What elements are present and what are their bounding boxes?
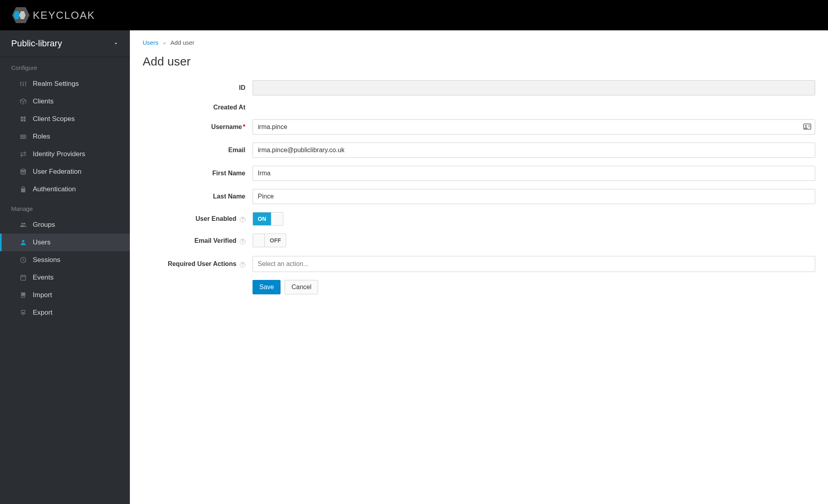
- toggle-off-label: OFF: [265, 234, 286, 247]
- sidebar-item-label: Identity Providers: [33, 150, 85, 158]
- user-enabled-label: User Enabled ?: [143, 215, 253, 222]
- last-name-input[interactable]: [253, 189, 815, 204]
- email-verified-toggle[interactable]: ON OFF: [253, 234, 286, 247]
- roles-icon: [19, 133, 27, 141]
- brand-logo[interactable]: KEYCLOAK: [11, 6, 95, 25]
- scopes-icon: [19, 115, 27, 123]
- sliders-icon: [19, 80, 27, 88]
- sidebar-item-authentication[interactable]: Authentication: [0, 181, 130, 198]
- clock-icon: [19, 256, 27, 264]
- toggle-handle: [271, 212, 283, 225]
- sidebar-item-label: Realm Settings: [33, 80, 79, 88]
- first-name-input[interactable]: [253, 166, 815, 181]
- export-icon: [19, 309, 27, 317]
- first-name-label: First Name: [143, 170, 253, 177]
- breadcrumb-separator: »: [163, 40, 166, 46]
- sidebar-item-groups[interactable]: Groups: [0, 216, 130, 234]
- sidebar-item-label: Client Scopes: [33, 115, 75, 123]
- page-title: Add user: [143, 55, 815, 68]
- username-input[interactable]: [253, 119, 815, 135]
- svg-point-4: [805, 125, 807, 127]
- sidebar-item-realm-settings[interactable]: Realm Settings: [0, 75, 130, 93]
- toggle-on-label: ON: [253, 212, 271, 225]
- sidebar-item-import[interactable]: Import: [0, 286, 130, 304]
- section-configure-header: Configure: [0, 57, 130, 75]
- cube-icon: [19, 97, 27, 105]
- created-at-label: Created At: [143, 104, 253, 111]
- help-icon[interactable]: ?: [240, 217, 245, 222]
- realm-name: Public-library: [11, 38, 62, 49]
- help-icon[interactable]: ?: [240, 239, 245, 244]
- top-header: KEYCLOAK: [0, 0, 828, 30]
- import-icon: [19, 291, 27, 299]
- calendar-icon: [19, 274, 27, 282]
- user-enabled-toggle[interactable]: ON OFF: [253, 212, 283, 226]
- sidebar-item-label: Import: [33, 291, 52, 299]
- breadcrumb-users-link[interactable]: Users: [143, 39, 158, 46]
- username-label: Username*: [143, 123, 253, 131]
- email-verified-label: Email Verified ?: [143, 237, 253, 244]
- sidebar-item-identity-providers[interactable]: Identity Providers: [0, 145, 130, 163]
- sidebar-item-client-scopes[interactable]: Client Scopes: [0, 110, 130, 128]
- id-label: ID: [143, 84, 253, 91]
- sidebar: Public-library Configure Realm Settings …: [0, 30, 130, 504]
- sidebar-item-label: Clients: [33, 97, 54, 105]
- brand-text: KEYCLOAK: [33, 9, 95, 22]
- keycloak-logo-icon: [11, 6, 30, 25]
- sidebar-item-label: Groups: [33, 221, 55, 229]
- exchange-icon: [19, 150, 27, 158]
- id-input: [253, 80, 815, 95]
- sidebar-item-label: Export: [33, 309, 52, 317]
- section-manage-header: Manage: [0, 198, 130, 216]
- email-label: Email: [143, 147, 253, 154]
- cancel-button[interactable]: Cancel: [285, 280, 318, 294]
- user-icon: [19, 238, 27, 246]
- last-name-label: Last Name: [143, 193, 253, 200]
- help-icon[interactable]: ?: [240, 262, 245, 268]
- sidebar-item-label: Users: [33, 238, 50, 246]
- sidebar-item-label: Sessions: [33, 256, 60, 264]
- group-icon: [19, 221, 27, 229]
- email-input[interactable]: [253, 143, 815, 158]
- svg-rect-6: [808, 127, 810, 127]
- add-user-form: ID Created At Username*: [143, 80, 815, 294]
- sidebar-item-roles[interactable]: Roles: [0, 128, 130, 145]
- created-at-value: [253, 103, 815, 111]
- svg-rect-5: [808, 125, 810, 125]
- contact-card-icon: [803, 123, 811, 131]
- sidebar-item-label: Authentication: [33, 185, 76, 193]
- sidebar-item-user-federation[interactable]: User Federation: [0, 163, 130, 181]
- toggle-handle: [253, 234, 265, 247]
- save-button[interactable]: Save: [253, 280, 281, 294]
- chevron-down-icon: [113, 41, 119, 46]
- required-actions-label: Required User Actions ?: [143, 260, 253, 268]
- required-actions-select[interactable]: [253, 256, 815, 272]
- sidebar-item-sessions[interactable]: Sessions: [0, 251, 130, 269]
- sidebar-item-export[interactable]: Export: [0, 304, 130, 321]
- breadcrumb-current: Add user: [170, 39, 194, 46]
- sidebar-item-users[interactable]: Users: [0, 234, 130, 251]
- realm-selector[interactable]: Public-library: [0, 30, 130, 57]
- sidebar-item-clients[interactable]: Clients: [0, 93, 130, 110]
- sidebar-item-label: User Federation: [33, 168, 82, 176]
- sidebar-item-events[interactable]: Events: [0, 269, 130, 286]
- lock-icon: [19, 185, 27, 193]
- database-icon: [19, 168, 27, 176]
- sidebar-item-label: Events: [33, 274, 54, 282]
- main-content: Users » Add user Add user ID Created At …: [130, 30, 828, 504]
- sidebar-item-label: Roles: [33, 133, 50, 141]
- breadcrumb: Users » Add user: [143, 39, 815, 46]
